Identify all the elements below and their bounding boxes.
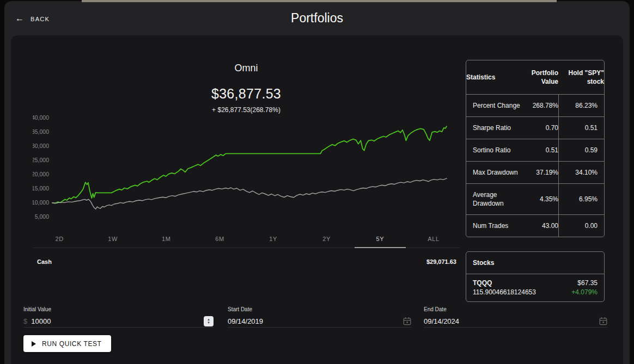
stats-cell: Num Trades [466,215,521,237]
stocks-panel-title: Stocks [466,252,604,274]
calendar-icon[interactable] [403,317,411,325]
stats-cell: 6.95% [558,184,604,214]
y-axis-tick-label: 30,000 [33,143,49,149]
y-axis-tick-label: 10,000 [33,199,49,206]
number-stepper[interactable]: ▴ ▾ [204,316,214,326]
play-icon [32,341,36,347]
run-quick-test-button[interactable]: RUN QUICK TEST [23,335,111,352]
y-axis-tick-label: 35,000 [33,128,49,135]
stats-cell: Percent Change [466,95,521,116]
cash-value: $29,071.63 [426,258,456,265]
run-quick-test-label: RUN QUICK TEST [42,340,102,348]
stats-cell: 4.35% [521,188,558,210]
range-tab-6m[interactable]: 6M [193,230,246,248]
y-axis-tick-label: 20,000 [33,171,49,177]
end-date-input[interactable] [424,317,599,325]
holding-symbol: TQQQ [473,279,536,287]
stats-cell: Max Drawdown [466,162,521,183]
stats-row-sharpe-ratio: Sharpe Ratio0.700.51 [466,116,604,139]
holding-shares: 115.90046618124653 [473,288,536,296]
stepper-down-icon[interactable]: ▾ [208,321,210,324]
y-axis-tick-label: 15,000 [33,185,49,192]
start-date-field: Start Date [228,306,411,328]
portfolio-current-value: $36,877.53 [22,86,471,102]
holding-change: +4.079% [571,288,598,296]
range-tab-2y[interactable]: 2Y [300,230,353,248]
stats-cell: 37.19% [521,162,558,183]
window-drag-strip [82,0,557,2]
stats-header-statistics: Statistics [466,65,521,90]
stats-row-max-drawdown: Max Drawdown37.19%34.10% [466,161,604,183]
holding-row-tqqq[interactable]: TQQQ 115.90046618124653 $67.35 +4.079% [466,274,604,301]
range-tab-2d[interactable]: 2D [33,230,86,248]
initial-value-input[interactable] [31,317,204,325]
stats-row-percent-change: Percent Change268.78%86.23% [466,94,604,116]
stats-row-average-drawdown: Average Drawdown4.35%6.95% [466,183,604,214]
range-tab-5y[interactable]: 5Y [353,230,407,248]
start-date-label: Start Date [228,306,411,312]
portfolio-summary: Omni $36,877.53 + $26,877.53(268.78%) [22,63,471,114]
end-date-label: End Date [424,306,607,312]
portfolio-name: Omni [22,63,471,74]
range-tab-1w[interactable]: 1W [86,230,139,248]
cash-label: Cash [37,258,52,265]
range-tab-1m[interactable]: 1M [139,230,193,248]
portfolio-line [52,126,447,203]
end-date-field: End Date [424,306,607,328]
stocks-panel: Stocks TQQQ 115.90046618124653 $67.35 +4… [466,251,605,302]
start-date-input[interactable] [228,317,403,325]
holding-left: TQQQ 115.90046618124653 [473,279,536,296]
app-frame: ← BACK Portfolios Omni $36,877.53 + $26,… [4,1,630,364]
stats-cell: 0.00 [558,215,604,237]
stats-cell: 43.00 [521,215,558,237]
holding-right: $67.35 +4.079% [571,279,598,296]
stats-header-portfolio-value: Portfolio Value [521,60,558,94]
stats-cell: 86.23% [558,95,604,116]
spy-line [52,178,447,209]
holding-price: $67.35 [571,279,598,287]
performance-chart[interactable]: 40,00035,00030,00025,00020,00015,00010,0… [33,112,449,231]
y-axis-tick-label: 40,000 [33,114,49,121]
stats-cell: Sortino Ratio [466,139,521,161]
stats-header-hold-spy: Hold "SPY" stock [558,60,604,94]
range-tab-all[interactable]: ALL [407,230,460,248]
initial-value-label: Initial Value [23,306,214,312]
calendar-icon[interactable] [599,317,607,325]
stats-cell: 0.70 [521,117,558,139]
range-tab-1y[interactable]: 1Y [247,230,300,248]
dollar-prefix: $ [23,317,27,325]
statistics-table-header: Statistics Portfolio Value Hold "SPY" st… [466,60,604,94]
stats-cell: 0.59 [558,139,604,161]
portfolio-card: Omni $36,877.53 + $26,877.53(268.78%) 40… [11,35,623,364]
page-title: Portfolios [4,11,630,26]
stats-cell: Sharpe Ratio [466,117,521,139]
stats-row-num-trades: Num Trades43.000.00 [466,214,604,237]
cash-row: Cash $29,071.63 [37,258,456,265]
range-tabs: 2D1W1M6M1Y2Y5YALL [33,230,460,248]
stats-cell: Average Drawdown [466,184,521,214]
stats-cell: 268.78% [521,95,558,116]
statistics-table: Statistics Portfolio Value Hold "SPY" st… [466,60,605,237]
y-axis-tick-label: 25,000 [33,157,49,163]
stats-cell: 0.51 [521,139,558,161]
stats-cell: 0.51 [558,117,604,139]
stats-row-sortino-ratio: Sortino Ratio0.510.59 [466,139,604,161]
initial-value-field: Initial Value $ ▴ ▾ [23,306,214,328]
y-axis-tick-label: 5,000 [35,213,49,220]
stats-table-body: Percent Change268.78%86.23%Sharpe Ratio0… [466,94,604,237]
stats-cell: 34.10% [558,162,604,183]
